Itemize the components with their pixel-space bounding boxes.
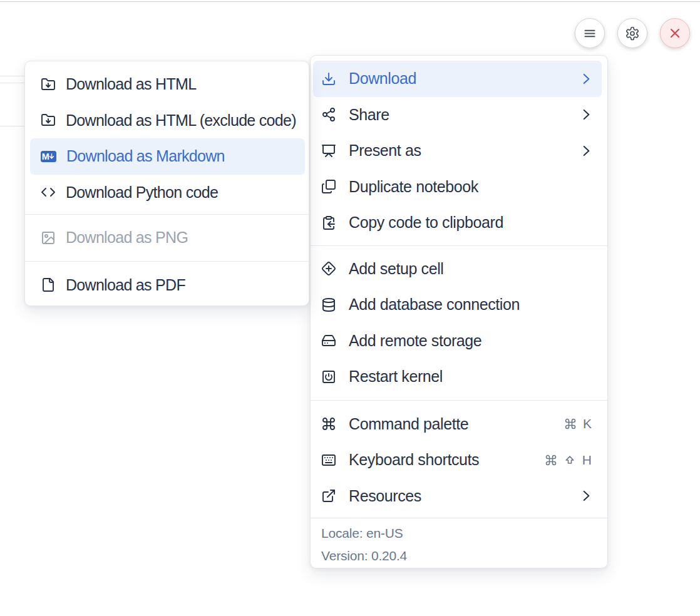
menu-item-label: Download <box>349 69 565 88</box>
menu-item-label: Download as PDF <box>66 276 296 294</box>
command-key-icon <box>545 454 557 466</box>
submenu-item-download-python[interactable]: Download Python code <box>30 175 305 211</box>
menu-item-label: Keyboard shortcuts <box>349 451 532 469</box>
menu-divider <box>311 245 607 246</box>
background-line-2 <box>0 83 25 83</box>
menu-item-download[interactable]: Download <box>313 61 602 97</box>
menu-item-label: Copy code to clipboard <box>349 213 592 232</box>
share-icon <box>321 107 336 122</box>
menu-item-restart-kernel[interactable]: Restart kernel <box>313 359 602 395</box>
menu-item-keyboard-shortcuts[interactable]: Keyboard shortcuts H <box>313 442 602 478</box>
menu-item-label: Restart kernel <box>349 367 592 386</box>
submenu-item-download-pdf[interactable]: Download as PDF <box>30 267 305 304</box>
download-icon <box>321 71 336 86</box>
menu-item-label: Download as HTML <box>66 75 296 93</box>
download-submenu: Download as HTML Download as HTML (exclu… <box>24 61 309 306</box>
menu-item-share[interactable]: Share <box>313 97 602 133</box>
menu-item-label: Download as HTML (exclude code) <box>66 111 296 130</box>
power-icon <box>321 369 336 384</box>
menu-item-add-setup-cell[interactable]: Add setup cell <box>313 251 602 287</box>
menu-item-label: Add database connection <box>349 295 592 314</box>
arrow-down-icon <box>48 153 55 160</box>
background-line-1 <box>0 76 25 76</box>
chevron-right-icon <box>578 488 594 504</box>
shift-key-icon <box>564 454 576 466</box>
menu-item-add-database[interactable]: Add database connection <box>313 287 602 323</box>
database-icon <box>321 297 336 312</box>
menu-item-label: Download as PNG <box>66 228 296 247</box>
gear-icon <box>625 25 640 42</box>
window-top-border <box>0 1 700 2</box>
folder-down-icon <box>41 113 56 128</box>
menu-divider <box>25 214 309 215</box>
presentation-icon <box>321 143 336 158</box>
menu-item-label: Duplicate notebook <box>349 178 592 196</box>
menu-item-label: Download as Markdown <box>66 147 296 165</box>
menu-item-label: Add remote storage <box>349 332 592 350</box>
menu-divider <box>311 518 607 518</box>
shortcut-hint: H <box>545 453 592 468</box>
submenu-item-download-png: Download as PNG <box>30 220 305 256</box>
hard-drive-icon <box>321 333 336 348</box>
image-icon <box>41 230 56 245</box>
close-icon <box>667 23 682 44</box>
hamburger-icon <box>582 23 597 44</box>
menu-item-label: Share <box>349 106 565 124</box>
menu-item-label: Present as <box>349 141 565 160</box>
menu-item-copy-code[interactable]: Copy code to clipboard <box>313 205 602 241</box>
menu-item-duplicate-notebook[interactable]: Duplicate notebook <box>313 169 602 205</box>
markdown-icon: M <box>41 151 56 162</box>
folder-down-icon <box>41 77 56 92</box>
menu-item-label: Command palette <box>349 415 552 433</box>
menu-item-add-remote-storage[interactable]: Add remote storage <box>313 323 602 359</box>
menu-item-label: Add setup cell <box>349 260 592 278</box>
submenu-item-download-html-exclude-code[interactable]: Download as HTML (exclude code) <box>30 103 305 139</box>
menu-item-command-palette[interactable]: Command palette K <box>313 406 602 443</box>
shortcut-key: K <box>583 416 592 431</box>
external-link-icon <box>321 488 336 503</box>
command-key-icon <box>564 418 577 430</box>
file-icon <box>41 277 56 292</box>
settings-button[interactable] <box>617 18 647 48</box>
locale-info: Locale: en-US <box>311 522 607 545</box>
menu-divider <box>25 261 309 262</box>
menu-item-resources[interactable]: Resources <box>313 478 602 515</box>
version-info: Version: 0.20.4 <box>311 545 607 567</box>
copy-icon <box>321 179 336 194</box>
shortcut-key: H <box>582 453 592 468</box>
version-text: Version: 0.20.4 <box>321 548 407 563</box>
chevron-right-icon <box>578 71 594 87</box>
submenu-item-download-html[interactable]: Download as HTML <box>30 66 305 103</box>
menu-item-label: Download Python code <box>66 183 296 202</box>
background-line-3 <box>0 126 25 126</box>
diamond-plus-icon <box>321 261 336 276</box>
clipboard-copy-icon <box>321 215 336 230</box>
code-icon <box>41 185 56 200</box>
shortcut-hint: K <box>564 416 592 431</box>
chevron-right-icon <box>578 143 594 159</box>
locale-text: Locale: en-US <box>321 526 403 541</box>
menu-item-label: Resources <box>349 487 565 505</box>
chevron-right-icon <box>578 106 594 123</box>
menu-item-present-as[interactable]: Present as <box>313 133 602 169</box>
menu-button[interactable] <box>575 18 605 48</box>
submenu-item-download-markdown[interactable]: M Download as Markdown <box>30 138 305 175</box>
keyboard-icon <box>321 453 336 468</box>
close-button[interactable] <box>660 18 690 48</box>
notebook-actions-menu: Download Share Present as Duplicate note… <box>310 55 608 568</box>
command-icon <box>321 416 336 431</box>
menu-divider <box>311 400 607 401</box>
